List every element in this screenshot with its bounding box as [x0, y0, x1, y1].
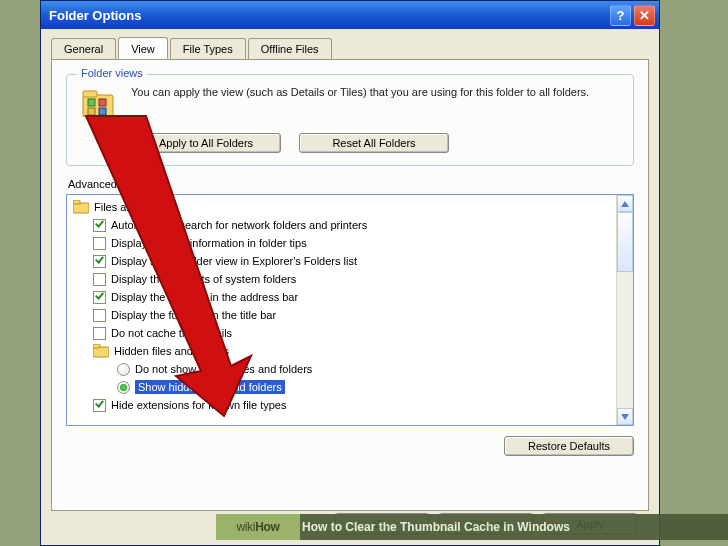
tree-radio-do-not-show-hidden[interactable]: Do not show hidden files and folders [71, 360, 612, 378]
close-icon: ✕ [639, 8, 650, 23]
radio[interactable] [117, 381, 130, 394]
reset-all-folders-button[interactable]: Reset All Folders [299, 133, 449, 153]
checkbox[interactable] [93, 327, 106, 340]
svg-rect-9 [93, 344, 100, 348]
tree-item[interactable]: Display the full path in the title bar [71, 306, 612, 324]
folder-icon [73, 200, 89, 214]
folder-icon [93, 344, 109, 358]
tree-group-hidden-files[interactable]: Hidden files and folders [71, 342, 612, 360]
checkbox[interactable] [93, 273, 106, 286]
tree-radio-label: Do not show hidden files and folders [135, 363, 312, 375]
tree-item-label: Display the contents of system folders [111, 273, 296, 285]
advanced-settings-label: Advanced settings: [68, 178, 634, 190]
apply-to-all-folders-button[interactable]: Apply to All Folders [131, 133, 281, 153]
tree-item[interactable]: Hide extensions for known file types [71, 396, 612, 414]
chevron-down-icon [621, 414, 629, 420]
checkbox[interactable] [93, 309, 106, 322]
tree-item[interactable]: Display the full path in the address bar [71, 288, 612, 306]
checkbox[interactable] [93, 255, 106, 268]
tab-offline-files[interactable]: Offline Files [248, 38, 332, 60]
advanced-settings-tree[interactable]: Files and Folders Automatically search f… [66, 194, 634, 426]
tab-file-types[interactable]: File Types [170, 38, 246, 60]
svg-rect-2 [88, 99, 95, 106]
svg-rect-3 [99, 99, 106, 106]
checkbox[interactable] [93, 399, 106, 412]
svg-rect-1 [83, 91, 97, 97]
cancel-button[interactable]: Cancel [439, 513, 533, 535]
tree-root-label: Files and Folders [94, 201, 178, 213]
apply-button[interactable]: Apply [543, 513, 637, 535]
tree-item[interactable]: Do not cache thumbnails [71, 324, 612, 342]
tree-item[interactable]: Display the contents of system folders [71, 270, 612, 288]
scrollbar-track[interactable] [617, 272, 633, 408]
radio[interactable] [117, 363, 130, 376]
folder-views-icon [79, 85, 119, 125]
tab-view[interactable]: View [118, 37, 168, 59]
restore-defaults-button[interactable]: Restore Defaults [504, 436, 634, 456]
dialog-buttons: OK Cancel Apply [41, 513, 659, 535]
scroll-down-button[interactable] [617, 408, 633, 425]
tree-radio-label: Show hidden files and folders [135, 380, 285, 394]
scroll-up-button[interactable] [617, 195, 633, 212]
folder-views-group: Folder views You can apply the view (suc… [66, 74, 634, 166]
tree-item-label: Hide extensions for known file types [111, 399, 286, 411]
window-title: Folder Options [49, 8, 607, 23]
tree-item-label: Automatically search for network folders… [111, 219, 367, 231]
help-icon: ? [617, 8, 625, 23]
checkbox[interactable] [93, 291, 106, 304]
close-button[interactable]: ✕ [634, 5, 655, 26]
tree-root-files-and-folders[interactable]: Files and Folders [71, 198, 612, 216]
tree-item[interactable]: Display file size information in folder … [71, 234, 612, 252]
tree-item-label: Display file size information in folder … [111, 237, 307, 249]
svg-rect-4 [88, 108, 95, 115]
vertical-scrollbar[interactable] [616, 195, 633, 425]
tab-panel-view: Folder views You can apply the view (suc… [51, 59, 649, 511]
tabstrip: General View File Types Offline Files [41, 29, 659, 59]
folder-views-desc: You can apply the view (such as Details … [131, 85, 589, 100]
titlebar[interactable]: Folder Options ? ✕ [41, 1, 659, 29]
tree-content: Files and Folders Automatically search f… [67, 195, 616, 425]
help-button[interactable]: ? [610, 5, 631, 26]
checkbox[interactable] [93, 237, 106, 250]
tree-group-label: Hidden files and folders [114, 345, 229, 357]
svg-rect-5 [99, 108, 106, 115]
chevron-up-icon [621, 201, 629, 207]
tree-radio-show-hidden[interactable]: Show hidden files and folders [71, 378, 612, 396]
tree-item-label: Display the full path in the address bar [111, 291, 298, 303]
ok-button[interactable]: OK [335, 513, 429, 535]
tree-item[interactable]: Display simple folder view in Explorer's… [71, 252, 612, 270]
tree-item-label: Do not cache thumbnails [111, 327, 232, 339]
folder-options-dialog: Folder Options ? ✕ General View File Typ… [40, 0, 660, 546]
tree-item-label: Display the full path in the title bar [111, 309, 276, 321]
tree-item[interactable]: Automatically search for network folders… [71, 216, 612, 234]
tab-general[interactable]: General [51, 38, 116, 60]
tree-item-label: Display simple folder view in Explorer's… [111, 255, 357, 267]
checkbox[interactable] [93, 219, 106, 232]
scrollbar-thumb[interactable] [617, 212, 633, 272]
folder-views-title: Folder views [77, 67, 147, 79]
svg-rect-7 [73, 200, 80, 204]
